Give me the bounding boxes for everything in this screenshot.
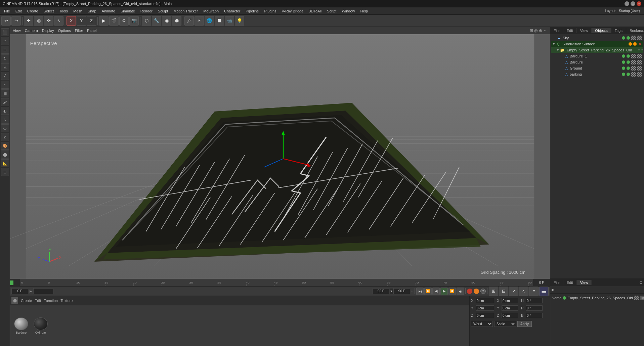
texture-tool-button[interactable]: ▦	[1, 89, 9, 97]
bardure-render-dot[interactable]	[627, 60, 630, 64]
point-tool-button[interactable]: •	[1, 81, 9, 89]
menu-snap[interactable]: Snap	[85, 8, 99, 14]
brush-tool-button[interactable]: 🖌	[1, 98, 9, 106]
move-tool-button[interactable]: ⊕	[1, 37, 9, 45]
end-frame-input[interactable]	[373, 288, 389, 294]
menu-plugins[interactable]: Plugins	[261, 8, 279, 14]
obj-item-bardure[interactable]: △ Bardure	[551, 59, 643, 65]
snap-y-button[interactable]: Y	[77, 16, 86, 26]
obj-item-parking[interactable]: △ parking	[551, 71, 643, 77]
lasso-button[interactable]: ⬭	[1, 124, 9, 132]
vp-menu-filter[interactable]: Filter	[75, 29, 83, 33]
y-pos-input[interactable]	[476, 305, 494, 311]
undo-button[interactable]: ↩	[1, 16, 11, 26]
obj-item-subdiv[interactable]: ▼ ⬡ Subdivision Surface ✕	[551, 41, 643, 47]
step-forward-button[interactable]: ⏩	[448, 288, 456, 295]
go-start-button[interactable]: ⏮	[416, 288, 424, 295]
menu-mesh[interactable]: Mesh	[71, 8, 85, 14]
obj-tab-bookmarks[interactable]: Bookma...	[626, 28, 644, 33]
menu-sculpt[interactable]: Sculpt	[155, 8, 171, 14]
parking-render-dot[interactable]	[627, 73, 630, 76]
bardure1-vis-dot[interactable]	[622, 54, 625, 58]
paint-button[interactable]: 🎨	[1, 142, 9, 150]
question-indicator[interactable]: ?	[480, 289, 486, 294]
bardure-mat-icon[interactable]	[631, 60, 636, 64]
knife-side-button[interactable]: ⊘	[1, 133, 9, 141]
obj-item-main[interactable]: ▼ 📁 Empty_Street_Parking_26_Spaces_Old ≡…	[551, 47, 643, 53]
select-tool-button[interactable]: ⬛	[1, 28, 9, 36]
effector-button[interactable]: ◉	[162, 16, 171, 26]
parking-tag-icon[interactable]	[637, 72, 642, 77]
obj-tab-objects[interactable]: Objects	[592, 28, 611, 33]
render-settings-button[interactable]: ⚙	[119, 16, 129, 26]
world-dropdown[interactable]: World Object	[471, 321, 493, 327]
render-button[interactable]: 🎬	[109, 16, 119, 26]
spline-button[interactable]: ∿	[1, 116, 9, 124]
play-back-button[interactable]: ◀	[432, 288, 440, 295]
knife-button[interactable]: ✂	[195, 16, 204, 26]
menu-motion-tracker[interactable]: Motion Tracker	[171, 8, 201, 14]
scale-tool-button[interactable]: ⊡	[1, 46, 9, 54]
menu-edit[interactable]: Edit	[13, 8, 25, 14]
record-key-indicator[interactable]	[474, 289, 479, 294]
obj-tab-tags[interactable]: Tags	[611, 28, 626, 33]
obj-tab-file[interactable]: File	[550, 28, 563, 33]
fcurve-button[interactable]: ↗	[509, 287, 518, 296]
generator-button[interactable]: ⬢	[172, 16, 181, 26]
menu-render[interactable]: Render	[138, 8, 155, 14]
sky-material-icon[interactable]	[631, 36, 636, 40]
menu-mograph[interactable]: MoGraph	[201, 8, 221, 14]
deformer-button[interactable]: 🔧	[152, 16, 161, 26]
menu-pipeline[interactable]: Pipeline	[243, 8, 261, 14]
go-end-button[interactable]: ⏭	[457, 288, 464, 295]
sculpt-side-button[interactable]: ⬤	[1, 150, 9, 159]
clone-button[interactable]: ⊞	[1, 168, 9, 176]
live-select-button[interactable]: ◎	[34, 16, 43, 26]
timeline-button[interactable]: ⊟	[499, 287, 508, 296]
motion-button[interactable]: ∿	[519, 287, 528, 296]
bardure1-render-dot[interactable]	[627, 54, 630, 58]
menu-simulate[interactable]: Simulate	[118, 8, 138, 14]
mat-menu-function[interactable]: Function	[44, 299, 58, 303]
edge-tool-button[interactable]: ╱	[1, 72, 9, 80]
viewport-3d[interactable]: X Y Z Perspective Grid Spacing : 1000 cm	[10, 34, 550, 279]
material-bardure[interactable]: Bardure	[13, 317, 30, 334]
ground-tag-icon[interactable]	[637, 66, 642, 71]
vp-menu-view[interactable]: View	[13, 29, 21, 33]
mat-menu-edit[interactable]: Edit	[35, 299, 41, 303]
subdiv-render-dot[interactable]	[633, 42, 637, 46]
render-to-po-button[interactable]: 📷	[129, 16, 139, 26]
measure-button[interactable]: 📐	[1, 159, 9, 167]
menu-tools[interactable]: Tools	[56, 8, 71, 14]
end-frame2-input[interactable]	[393, 288, 410, 294]
rotate-tool-button[interactable]: ↻	[1, 54, 9, 62]
vp-menu-display[interactable]: Display	[42, 29, 54, 33]
render-preview-button[interactable]: ▶	[99, 16, 109, 26]
bardure1-tag-icon[interactable]	[637, 54, 642, 58]
attr-mgr-settings[interactable]: ⚙	[638, 280, 644, 285]
obj-item-sky[interactable]: ☁ Sky	[551, 35, 643, 41]
poly-pen-button[interactable]: 🖊	[184, 16, 194, 26]
menu-select[interactable]: Select	[41, 8, 57, 14]
add-keyframe-button[interactable]: ⊞	[489, 287, 498, 296]
p-input[interactable]	[526, 305, 543, 311]
sky-render-dot[interactable]	[627, 36, 630, 40]
b-input[interactable]	[526, 313, 543, 318]
arch-button[interactable]: 🌐	[205, 16, 214, 26]
ground-vis-dot[interactable]	[622, 67, 625, 70]
scale-dropdown[interactable]: Scale Size	[494, 321, 516, 327]
menu-script[interactable]: Script	[324, 8, 339, 14]
timeline-ruler[interactable]: 0 5 10 15 20 25 30 35 40 45 50 55	[20, 279, 533, 286]
magnet-button[interactable]: ◐	[1, 107, 9, 115]
menu-character[interactable]: Character	[221, 8, 243, 14]
x-rot-input[interactable]	[502, 298, 518, 303]
apply-button[interactable]: Apply	[517, 321, 532, 327]
menu-file[interactable]: File	[1, 8, 13, 14]
new-object-button[interactable]: ✚	[24, 16, 33, 26]
vp-menu-panel[interactable]: Panel	[87, 29, 96, 33]
bardure1-mat-icon[interactable]	[631, 54, 636, 58]
polygon-tool-button[interactable]: △	[1, 63, 9, 71]
frame-stepper[interactable]: ▼	[390, 289, 393, 294]
menu-help[interactable]: Help	[358, 8, 371, 14]
menu-3dtoall[interactable]: 3DToAll	[306, 8, 324, 14]
